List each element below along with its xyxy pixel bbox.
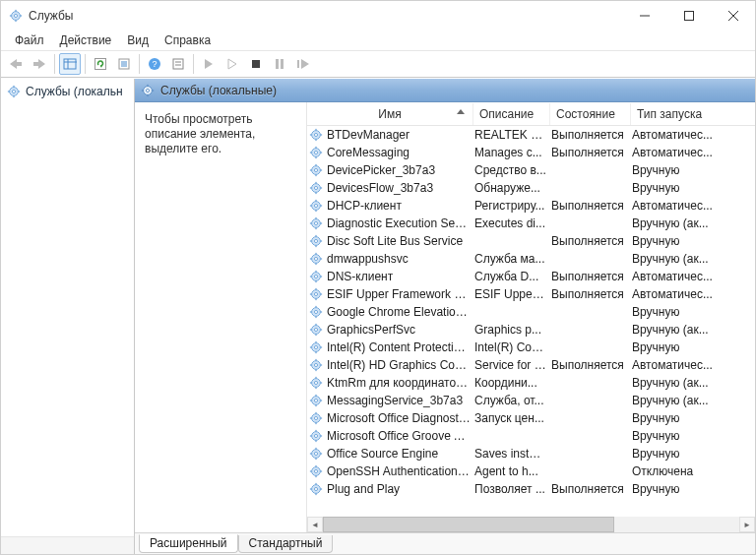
export-list-button[interactable] — [113, 53, 135, 75]
scroll-right-icon[interactable]: ► — [739, 517, 755, 532]
table-row[interactable]: KtmRm для координатора ...Координи...Вру… — [307, 374, 755, 392]
svg-rect-165 — [310, 488, 312, 489]
cell-state: Выполняется — [551, 358, 632, 372]
cell-start-type: Автоматичес... — [632, 287, 719, 301]
svg-rect-151 — [315, 448, 316, 450]
gear-icon — [309, 464, 323, 478]
properties-button[interactable] — [167, 53, 189, 75]
table-row[interactable]: ESIF Upper Framework ServiceESIF Upper .… — [307, 285, 755, 303]
svg-rect-62 — [315, 192, 316, 194]
cell-description: Средство в... — [474, 163, 551, 177]
col-start-type[interactable]: Тип запуска — [630, 103, 711, 125]
scroll-left-icon[interactable]: ◄ — [307, 517, 323, 532]
close-button[interactable] — [711, 1, 755, 31]
table-row[interactable]: DevicePicker_3b7a3Средство в...Вручную — [307, 161, 755, 179]
right-header: Службы (локальные) — [135, 79, 755, 102]
svg-rect-124 — [320, 364, 322, 365]
menu-help[interactable]: Справка — [157, 31, 219, 49]
svg-rect-51 — [310, 152, 312, 153]
svg-text:?: ? — [152, 59, 157, 69]
svg-rect-11 — [33, 62, 38, 66]
refresh-button[interactable] — [90, 53, 111, 75]
svg-rect-166 — [320, 488, 322, 489]
cell-state: Выполняется — [551, 199, 632, 213]
svg-rect-146 — [315, 440, 316, 442]
table-row[interactable]: CoreMessagingManages c...ВыполняетсяАвто… — [307, 144, 755, 161]
table-row[interactable]: Diagnostic Execution ServiceExecutes di.… — [307, 215, 755, 232]
table-row[interactable]: DHCP-клиентРегистриру...ВыполняетсяАвтом… — [307, 197, 755, 215]
table-row[interactable]: Disc Soft Lite Bus ServiceВыполняетсяВру… — [307, 232, 755, 250]
table-row[interactable]: Microsoft Office Groove Au...Вручную — [307, 427, 755, 445]
tree-item-services[interactable]: Службы (локальн — [1, 82, 134, 101]
svg-rect-50 — [315, 156, 316, 158]
back-button[interactable] — [5, 53, 27, 75]
table-row[interactable]: BTDevManagerREALTEK Bl...ВыполняетсяАвто… — [307, 126, 755, 144]
svg-rect-134 — [315, 404, 316, 406]
svg-rect-46 — [320, 134, 322, 135]
svg-rect-86 — [315, 263, 316, 265]
cell-start-type: Вручную (ак... — [632, 394, 719, 407]
svg-point-120 — [314, 363, 317, 366]
svg-rect-94 — [320, 276, 322, 277]
table-row[interactable]: Intel(R) Content Protection H...Intel(R)… — [307, 339, 755, 356]
svg-rect-130 — [320, 382, 322, 383]
start-service-alt-button[interactable] — [221, 53, 243, 75]
cell-start-type: Автоматичес... — [632, 270, 719, 283]
tree-scrollbar[interactable] — [1, 536, 134, 554]
svg-rect-135 — [310, 400, 312, 401]
cell-name: Microsoft Office Diagnostics... — [327, 411, 474, 425]
scroll-thumb[interactable] — [323, 517, 614, 532]
svg-rect-118 — [320, 346, 322, 347]
tab-standard[interactable]: Стандартный — [238, 535, 334, 553]
cell-name: MessagingService_3b7a3 — [327, 394, 474, 407]
minimize-button[interactable] — [622, 1, 666, 31]
table-row[interactable]: GraphicsPerfSvcGraphics p...Вручную (ак.… — [307, 321, 755, 339]
cell-start-type: Вручную — [632, 305, 719, 319]
table-row[interactable]: Google Chrome Elevation Se...Вручную — [307, 303, 755, 321]
table-row[interactable]: dmwappushsvcСлужба ма...Вручную (ак... — [307, 250, 755, 268]
cell-name: Microsoft Office Groove Au... — [327, 429, 474, 443]
col-name[interactable]: Имя — [307, 103, 472, 125]
table-row[interactable]: Office Source EngineSaves instal...Вручн… — [307, 445, 755, 462]
table-row[interactable]: Plug and PlayПозволяет ...ВыполняетсяВру… — [307, 480, 755, 498]
table-row[interactable]: OpenSSH Authentication Ag...Agent to h..… — [307, 462, 755, 480]
gear-icon — [309, 358, 323, 372]
stop-service-button[interactable] — [245, 53, 267, 75]
table-row[interactable]: DevicesFlow_3b7a3Обнаруже...Вручную — [307, 179, 755, 197]
restart-service-button[interactable] — [292, 53, 314, 75]
menu-file[interactable]: Файл — [7, 31, 52, 49]
cell-name: OpenSSH Authentication Ag... — [327, 464, 474, 478]
gear-icon — [141, 84, 155, 97]
tab-extended[interactable]: Расширенный — [139, 534, 238, 553]
svg-rect-123 — [310, 364, 312, 365]
col-state[interactable]: Состояние — [549, 103, 630, 125]
svg-rect-117 — [310, 346, 312, 347]
svg-rect-147 — [310, 435, 312, 436]
scroll-track[interactable] — [323, 517, 739, 532]
table-row[interactable]: MessagingService_3b7a3Служба, от...Вручн… — [307, 392, 755, 409]
horizontal-scrollbar[interactable]: ◄ ► — [307, 517, 755, 532]
pause-service-button[interactable] — [269, 53, 290, 75]
forward-button[interactable] — [29, 53, 50, 75]
table-row[interactable]: DNS-клиентСлужба D...ВыполняетсяАвтомати… — [307, 268, 755, 285]
help-button[interactable]: ? — [144, 53, 165, 75]
gear-icon — [309, 482, 323, 496]
svg-rect-37 — [147, 84, 148, 86]
svg-rect-145 — [315, 430, 316, 432]
svg-point-1 — [14, 14, 17, 17]
cell-name: DevicePicker_3b7a3 — [327, 163, 474, 177]
cell-start-type: Вручную (ак... — [632, 376, 719, 390]
svg-rect-115 — [315, 341, 316, 343]
gear-icon — [309, 199, 323, 213]
maximize-button[interactable] — [666, 1, 711, 31]
menu-view[interactable]: Вид — [119, 31, 157, 49]
table-row[interactable]: Intel(R) HD Graphics Control ...Service … — [307, 356, 755, 374]
table-row[interactable]: Microsoft Office Diagnostics...Запуск це… — [307, 409, 755, 427]
svg-point-156 — [314, 469, 317, 472]
show-tree-button[interactable] — [59, 53, 81, 75]
menu-action[interactable]: Действие — [52, 31, 120, 49]
svg-rect-140 — [315, 422, 316, 424]
col-description[interactable]: Описание — [472, 103, 549, 125]
svg-rect-128 — [315, 387, 316, 389]
start-service-button[interactable] — [198, 53, 220, 75]
